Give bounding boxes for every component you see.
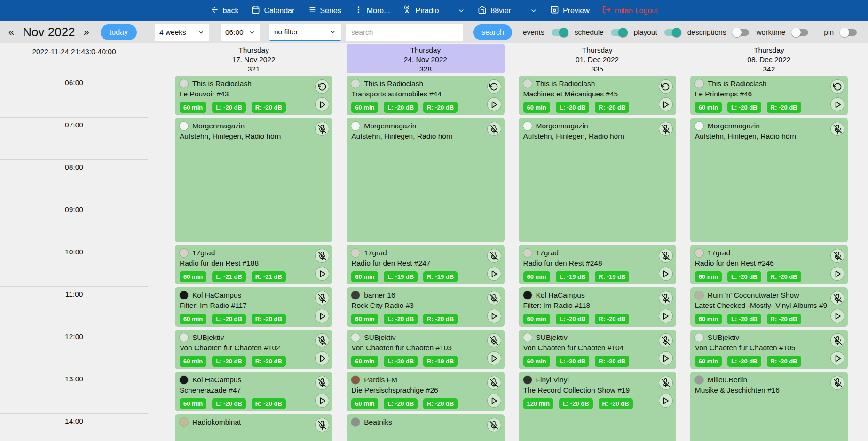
toggle-playout[interactable] [663, 28, 681, 37]
toggle-worktime[interactable] [791, 28, 809, 37]
calendar-grid: 2022-11-24 21:43:0-40:00 06:00 07:00 08:… [0, 43, 868, 441]
event-card[interactable]: SUBjektiv Von Chaoten für Chaoten #103 6… [347, 330, 504, 369]
today-button[interactable]: today [101, 24, 137, 40]
mic-off-icon[interactable] [659, 376, 673, 390]
nav-preview[interactable]: Preview [550, 5, 590, 16]
mic-off-icon[interactable] [315, 249, 329, 263]
nav-series[interactable]: Series [307, 5, 341, 16]
play-icon[interactable] [487, 351, 501, 365]
play-icon[interactable] [487, 97, 501, 111]
play-icon[interactable] [659, 351, 673, 365]
play-icon[interactable] [830, 351, 844, 365]
event-card[interactable]: Morgenmagazin Aufstehn, Hinlegen, Radio … [347, 118, 504, 242]
chevron-down-icon[interactable] [458, 7, 465, 15]
mic-off-icon[interactable] [315, 418, 329, 432]
mic-off-icon[interactable] [830, 122, 844, 136]
event-card[interactable]: 17grad Radio für den Rest #246 60 minL: … [690, 245, 848, 284]
mic-off-icon[interactable] [830, 249, 844, 263]
day-header[interactable]: Thursday 08. Dec 2022 342 [690, 44, 848, 73]
play-icon[interactable] [315, 394, 329, 408]
mic-off-icon[interactable] [487, 122, 501, 136]
mic-off-icon[interactable] [315, 333, 329, 347]
chevron-down-icon[interactable] [530, 7, 537, 15]
day-header[interactable]: Thursday 17. Nov 2022 321 [175, 44, 332, 73]
event-card[interactable]: Finyl Vinyl The Record Collection Show #… [519, 372, 676, 441]
mic-off-icon[interactable] [659, 249, 673, 263]
event-card[interactable]: Milieu.Berlin Musike & Jeschichten #16 [690, 372, 848, 441]
play-icon[interactable] [315, 309, 329, 323]
event-card[interactable]: Morgenmagazin Aufstehn, Hinlegen, Radio … [175, 118, 332, 242]
event-card[interactable]: Kol HaCampus Scheherazade #47 60 minL: -… [175, 372, 332, 411]
next-period-button[interactable]: » [82, 26, 91, 39]
mic-off-icon[interactable] [487, 333, 501, 347]
play-icon[interactable] [315, 267, 329, 281]
nav-calendar[interactable]: Calendar [251, 5, 294, 16]
event-card[interactable]: SUBjektiv Von Chaoten für Chaoten #105 6… [690, 330, 848, 369]
event-card[interactable]: This is Radioclash Machines et Mécanique… [519, 76, 676, 115]
nav-station-88vier[interactable]: 88vier [478, 5, 537, 16]
event-card[interactable]: Kol HaCampus Filter: Im Radio #118 60 mi… [519, 287, 676, 327]
day-header[interactable]: Thursday 01. Dec 2022 335 [519, 44, 676, 73]
event-card[interactable]: 17grad Radio für den Rest #188 60 minL: … [175, 245, 332, 284]
event-card[interactable]: 17grad Radio für den Rest #248 60 minL: … [519, 245, 676, 284]
play-icon[interactable] [830, 97, 844, 111]
play-icon[interactable] [315, 97, 329, 111]
play-icon[interactable] [659, 394, 673, 408]
play-icon[interactable] [659, 97, 673, 111]
logout-button[interactable]: milan Logout [602, 5, 658, 16]
event-card[interactable]: This is Radioclash Transports automobile… [347, 76, 504, 115]
toggle-descriptions[interactable] [732, 28, 750, 37]
search-input[interactable] [346, 24, 463, 41]
event-card[interactable]: Radiokombinat [175, 414, 332, 441]
mic-off-icon[interactable] [830, 333, 844, 347]
refresh-icon[interactable] [315, 79, 329, 94]
toggle-events[interactable] [551, 28, 568, 37]
event-card[interactable]: Rum 'n' Coconutwater Show Latest Checked… [690, 287, 848, 327]
prev-period-button[interactable]: « [7, 26, 16, 39]
mic-off-icon[interactable] [487, 418, 501, 432]
toggle-pin[interactable] [840, 28, 858, 37]
filter-select[interactable]: no filter [269, 24, 341, 41]
event-card[interactable]: Beatniks [347, 414, 504, 441]
refresh-icon[interactable] [659, 79, 673, 94]
event-card[interactable]: 17grad Radio für den Rest #247 60 minL: … [347, 245, 504, 284]
nav-station-piradio[interactable]: Piradio [402, 5, 465, 16]
event-card[interactable]: SUBjektiv Von Chaoten für Chaoten #104 6… [519, 330, 676, 369]
mic-off-icon[interactable] [830, 291, 844, 305]
event-card[interactable]: This is Radioclash Le Printemps #46 60 m… [690, 76, 848, 115]
mic-off-icon[interactable] [830, 376, 844, 390]
search-button[interactable]: search [473, 24, 512, 40]
mic-off-icon[interactable] [659, 291, 673, 305]
play-icon[interactable] [830, 309, 844, 323]
mic-off-icon[interactable] [487, 376, 501, 390]
event-card[interactable]: Morgenmagazin Aufstehn, Hinlegen, Radio … [519, 118, 676, 242]
play-icon[interactable] [487, 394, 501, 408]
event-card[interactable]: Kol HaCampus Filter: Im Radio #117 60 mi… [175, 287, 332, 327]
mic-off-icon[interactable] [315, 376, 329, 390]
nav-more[interactable]: More... [354, 5, 390, 16]
play-icon[interactable] [487, 309, 501, 323]
event-card[interactable]: Morgenmagazin Aufstehn, Hinlegen, Radio … [690, 118, 848, 242]
play-icon[interactable] [487, 267, 501, 281]
mic-off-icon[interactable] [315, 291, 329, 305]
event-card[interactable]: SUBjektiv Von Chaoten für Chaoten #102 6… [175, 330, 332, 369]
day-header[interactable]: Thursday 24. Nov 2022 328 [347, 44, 504, 73]
toggle-schedule[interactable] [610, 28, 628, 37]
play-icon[interactable] [659, 309, 673, 323]
play-icon[interactable] [315, 351, 329, 365]
start-time-select[interactable]: 06:00 [221, 24, 260, 41]
back-button[interactable]: back [210, 5, 239, 16]
mic-off-icon[interactable] [487, 291, 501, 305]
refresh-icon[interactable] [487, 79, 501, 94]
event-card[interactable]: Pardis FM Die Persischsprachige #26 60 m… [347, 372, 504, 411]
mic-off-icon[interactable] [659, 122, 673, 136]
mic-off-icon[interactable] [659, 333, 673, 347]
event-card[interactable]: barner 16 Rock City Radio #3 60 minL: -2… [347, 287, 504, 327]
play-icon[interactable] [659, 267, 673, 281]
event-card[interactable]: This is Radioclash Le Pouvoir #43 60 min… [175, 76, 332, 115]
refresh-icon[interactable] [830, 79, 844, 94]
play-icon[interactable] [830, 267, 844, 281]
mic-off-icon[interactable] [487, 249, 501, 263]
mic-off-icon[interactable] [315, 122, 329, 136]
range-select[interactable]: 4 weeks [155, 24, 209, 41]
